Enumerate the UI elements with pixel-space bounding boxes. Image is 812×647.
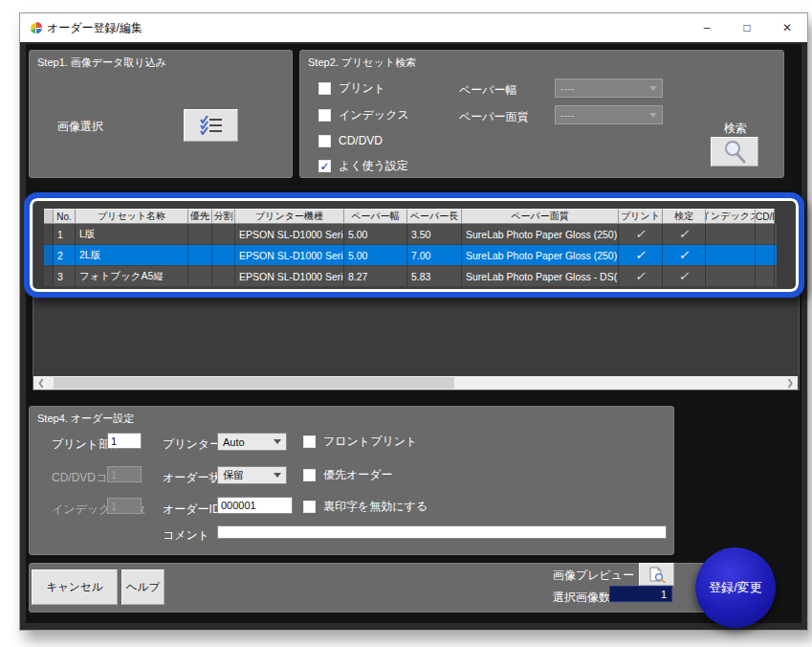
checkbox-disable-backprint[interactable]: 裏印字を無効にする [303,499,428,515]
checkbox-print[interactable]: プリント [318,80,385,97]
printer-value: Auto [223,436,245,448]
search-label: 検索 [724,121,747,137]
cell-paper-quality: SureLab Photo Paper Gloss (250) [462,245,619,265]
horizontal-scrollbar[interactable]: ❮ ❯ [33,376,798,390]
cell-printer-model: EPSON SL-D1000 Series [235,224,344,244]
checkbox-box[interactable]: ✓ [318,160,331,172]
register-change-button[interactable]: 登録/変更 [695,547,776,628]
cell-priority [188,224,212,244]
checkbox-label: CD/DVD [339,134,383,147]
checkbox-front-print[interactable]: フロントプリント [303,434,417,450]
cell-paper-quality: SureLab Photo Paper Gloss - DS(225) [462,266,619,286]
cell-preset-name: フォトブックA5縦 [76,266,188,286]
printer-select[interactable]: Auto [217,433,287,451]
title-bar: オーダー登録/編集 – □ ✕ [20,13,807,42]
checkbox-label: 裏印字を無効にする [323,499,428,515]
col-preset-name[interactable]: プリセット名称 [76,209,188,224]
chevron-down-icon [274,439,281,444]
col-priority[interactable]: 優先 [188,209,212,224]
checkbox-box[interactable] [303,435,316,448]
cell-paper-length: 3.50 [407,224,462,244]
row-selector-header [44,209,54,224]
checkbox-label: フロントプリント [323,434,417,450]
image-select-button[interactable] [184,109,238,142]
cell-paper-width: 5.00 [344,224,407,244]
row-selector[interactable] [44,224,54,244]
checkbox-favorite-settings[interactable]: ✓ よく使う設定 [318,158,408,174]
maximize-button[interactable]: □ [727,13,767,42]
paper-quality-value: ---- [560,109,575,121]
col-printer-model[interactable]: プリンター機種 [235,209,344,224]
checkbox-box[interactable] [318,109,331,122]
cell-printer-model: EPSON SL-D1000 Series [235,266,344,286]
cell-cddvd [756,245,775,265]
col-paper-width[interactable]: ペーパー幅 [344,209,407,224]
cancel-button[interactable]: キャンセル [32,569,118,605]
row-selector[interactable] [44,245,54,265]
register-change-label: 登録/変更 [709,579,762,596]
cell-print-check: ✓ [619,266,663,286]
cell-split [212,224,235,244]
paper-width-select[interactable]: ---- [555,78,663,98]
scrollbar-thumb[interactable] [54,377,454,389]
search-button[interactable] [711,137,758,167]
image-preview-label: 画像プレビュー [553,568,634,584]
cell-split [212,245,235,265]
check-icon: ✓ [635,227,646,241]
step4-title: Step4. オーダー設定 [37,412,134,426]
col-no[interactable]: No. [54,209,76,224]
cell-no: 2 [54,245,76,265]
selected-count-label: 選択画像数: [553,590,613,606]
checkbox-box[interactable] [303,501,316,513]
row-selector[interactable] [44,266,54,286]
cell-priority [188,245,212,265]
check-icon: ✓ [635,248,646,262]
chevron-down-icon [274,473,281,478]
cell-cddvd [756,224,775,244]
comment-input[interactable] [217,525,667,539]
print-copies-input[interactable] [107,433,142,449]
cell-paper-quality: SureLab Photo Paper Gloss (250) [462,224,619,244]
cell-printer-model: EPSON SL-D1000 Series [235,245,344,265]
order-id-label: オーダーID [163,502,221,518]
order-id-input[interactable] [217,497,293,514]
cell-index [706,245,756,265]
checkbox-cddvd[interactable]: CD/DVD [318,134,383,147]
checkbox-box[interactable] [318,135,331,147]
search-icon [722,140,747,165]
col-cddvd[interactable]: CD/DVD [756,209,775,224]
col-index[interactable]: インデックス [706,209,756,224]
preview-magnifier-icon [647,567,667,583]
close-button[interactable]: ✕ [767,13,807,42]
cell-no: 3 [54,266,76,286]
col-paper-quality[interactable]: ペーパー面質 [462,209,619,224]
paper-quality-select[interactable]: ---- [555,105,663,124]
image-preview-button[interactable] [639,563,674,586]
table-header-row: No. プリセット名称 優先 分割 プリンター機種 ペーパー幅 ペーパー長 ペー… [44,209,777,224]
cell-preset-name: L版 [76,224,188,244]
cell-verify-check: ✓ [663,245,706,265]
scroll-left-arrow-icon[interactable]: ❮ [33,376,49,390]
window-title: オーダー登録/編集 [47,20,143,36]
checkbox-index[interactable]: インデックス [318,107,409,123]
cell-print-check: ✓ [619,245,663,265]
col-print[interactable]: プリント [619,209,663,224]
help-button[interactable]: ヘルプ [121,569,165,605]
order-status-select[interactable]: 保留 [217,466,287,484]
table-row-selected[interactable]: 2 2L版 EPSON SL-D1000 Series 5.00 7.00 Su… [44,245,777,266]
step2-title: Step2. プリセット検索 [308,56,416,70]
table-row[interactable]: 3 フォトブックA5縦 EPSON SL-D1000 Series 8.27 5… [44,266,777,287]
app-icon [29,20,44,35]
checkbox-priority-order[interactable]: 優先オーダー [303,467,393,483]
table-row[interactable]: 1 L版 EPSON SL-D1000 Series 5.00 3.50 Sur… [44,224,777,245]
checkbox-box[interactable] [303,469,316,481]
checkbox-label: よく使う設定 [339,158,408,174]
col-split[interactable]: 分割 [212,209,235,224]
scroll-right-arrow-icon[interactable]: ❯ [782,376,798,390]
preset-table: No. プリセット名称 優先 分割 プリンター機種 ペーパー幅 ペーパー長 ペー… [44,209,777,287]
minimize-button[interactable]: – [687,13,727,42]
col-paper-length[interactable]: ペーパー長 [407,209,462,224]
checkbox-box[interactable] [318,82,331,95]
col-verify[interactable]: 検定 [663,209,706,224]
checkbox-label: 優先オーダー [323,467,393,483]
